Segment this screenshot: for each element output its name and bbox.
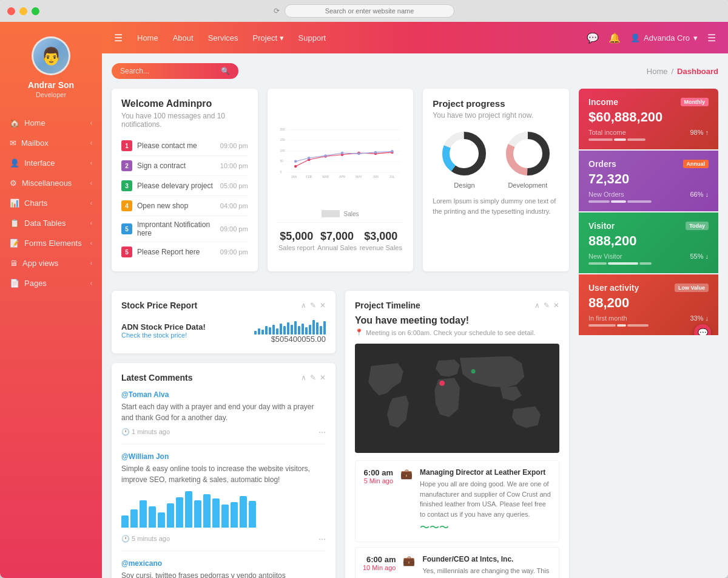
gear-icon: ⚙ <box>10 178 17 188</box>
nav-link-support[interactable]: Support <box>298 33 326 42</box>
progress-desc: Lorem Ipsum is simply dummy one text of … <box>433 196 559 216</box>
svg-text:JUL: JUL <box>389 175 395 178</box>
mac-titlebar: ⟳ <box>0 0 728 22</box>
task-item: 5 Please Report here 09:00 pm <box>121 242 248 262</box>
mini-bar <box>312 320 315 335</box>
chevron-icon: ‹ <box>90 180 92 186</box>
address-bar: ⟳ <box>274 4 454 18</box>
chevron-icon: ‹ <box>90 120 92 126</box>
sidebar-item-charts[interactable]: 📊Charts ‹ <box>0 193 102 213</box>
comment-author[interactable]: @Toman Alva <box>121 390 169 399</box>
task-text: Open new shop <box>137 202 215 210</box>
task-badge: 1 <box>121 140 132 151</box>
stat-label: revenue Sales <box>360 244 402 251</box>
task-badge: 2 <box>121 160 132 171</box>
stat-card-label: Total income <box>588 129 626 136</box>
nav-link-project[interactable]: Project ▾ <box>253 33 284 42</box>
msg-content: Managing Director at Leather Export Hope… <box>420 468 551 534</box>
stock-link[interactable]: Check the stock price! <box>121 332 206 339</box>
search-box[interactable]: 🔍 <box>112 63 238 79</box>
user-avatar-icon: 👤 <box>630 33 640 42</box>
maximize-button[interactable] <box>32 7 39 15</box>
legend-box <box>322 210 340 217</box>
close-button[interactable] <box>7 7 15 15</box>
wave-icon: 〜〜〜 <box>420 522 551 534</box>
mini-bars <box>254 318 326 335</box>
chevron-icon: ‹ <box>90 220 92 226</box>
stat-card-header: User activity Low Value <box>588 283 709 293</box>
msg-text: Yes, millennials are changing the way. T… <box>422 566 551 578</box>
hamburger-icon[interactable]: ☰ <box>114 32 123 44</box>
stat-percent: 55% ↓ <box>690 253 709 260</box>
svg-text:FEB: FEB <box>306 175 312 178</box>
edit-icon[interactable]: ✎ <box>310 373 316 382</box>
task-text: Please contact me <box>137 141 215 150</box>
svg-point-22 <box>374 151 376 154</box>
stat-card-title: Orders <box>588 159 616 169</box>
bell-icon[interactable]: 🔔 <box>608 32 621 44</box>
comment-author[interactable]: @mexicano <box>121 559 162 568</box>
sidebar-item-pages[interactable]: 📄Pages ‹ <box>0 273 102 293</box>
task-item: 2 Sign a contract 10:00 pm <box>121 156 248 176</box>
task-text: Sign a contract <box>137 162 215 170</box>
comment-meta: 🕐 1 minuts ago ··· <box>121 427 326 437</box>
bar <box>130 509 138 528</box>
svg-point-18 <box>308 157 310 159</box>
stat-card-label: In first month <box>588 314 627 322</box>
sidebar-item-mailbox[interactable]: ✉Mailbox ‹ <box>0 133 102 153</box>
stock-actions: ∧ ✎ ✕ <box>301 301 326 310</box>
msg-sender: Founder/CEO at Intcs, Inc. <box>422 555 551 563</box>
sidebar-item-interface[interactable]: 👤Interface ‹ <box>0 153 102 173</box>
url-input[interactable] <box>285 4 454 18</box>
msg-duration: 5 Min ago <box>363 477 393 484</box>
nav-link-about[interactable]: About <box>173 33 194 42</box>
bar <box>249 501 256 528</box>
nav-link-home[interactable]: Home <box>137 33 158 42</box>
sales-chart-card: 200 150 100 50 0 <box>268 89 414 271</box>
stat-item-revenue: $3,000 revenue Sales <box>360 230 402 251</box>
mini-line <box>588 200 709 203</box>
mini-bar <box>283 326 286 335</box>
svg-point-38 <box>439 381 445 386</box>
sidebar-item-misc[interactable]: ⚙Miscellaneous ‹ <box>0 173 102 193</box>
edit-icon[interactable]: ✎ <box>544 301 550 310</box>
timeline-message-2: 6:00 am 10 Min ago 💼 Founder/CEO at Intc… <box>355 547 559 578</box>
top-navbar: ☰ Home About Services Project ▾ Support … <box>102 22 728 53</box>
timeline-message-1: 6:00 am 5 Min ago 💼 Managing Director at… <box>355 460 559 542</box>
nav-link-services[interactable]: Services <box>208 33 238 42</box>
comments-actions: ∧ ✎ ✕ <box>301 373 326 382</box>
edit-icon[interactable]: ✎ <box>310 301 316 310</box>
user-menu[interactable]: 👤 Advanda Cro ▾ <box>630 33 698 42</box>
breadcrumb-home[interactable]: Home <box>647 67 668 76</box>
close-icon[interactable]: ✕ <box>320 301 326 310</box>
collapse-icon[interactable]: ∧ <box>301 301 306 310</box>
chat-icon[interactable]: 💬 <box>587 32 599 44</box>
sidebar-item-home[interactable]: 🏠Home ‹ <box>0 113 102 133</box>
nav-label: Charts <box>24 199 47 208</box>
task-badge: 3 <box>121 180 132 191</box>
sidebar-item-appviews[interactable]: 🖥App views ‹ <box>0 253 102 273</box>
close-icon[interactable]: ✕ <box>320 373 326 382</box>
mac-buttons <box>7 7 39 15</box>
bar <box>140 500 147 528</box>
comment-text: Soy cursi, twitteo frases pedorras y ven… <box>121 570 326 578</box>
collapse-icon[interactable]: ∧ <box>534 301 540 310</box>
ml-bar <box>588 324 616 327</box>
task-badge: 4 <box>121 200 132 211</box>
sidebar-item-forms[interactable]: 📝Forms Elements ‹ <box>0 233 102 253</box>
menu-icon[interactable]: ☰ <box>707 32 716 44</box>
comment-more[interactable]: ··· <box>318 427 326 437</box>
comment-author[interactable]: @William Jon <box>121 452 169 461</box>
message-icon: 💼 <box>400 468 413 534</box>
close-icon[interactable]: ✕ <box>553 301 559 310</box>
search-input[interactable] <box>120 67 217 75</box>
svg-point-20 <box>341 152 343 154</box>
sidebar-item-datatables[interactable]: 📋Data Tables ‹ <box>0 213 102 233</box>
profile-name: Andrar Son <box>28 80 74 90</box>
minimize-button[interactable] <box>19 7 27 15</box>
collapse-icon[interactable]: ∧ <box>301 373 306 382</box>
svg-point-19 <box>324 154 326 157</box>
comment-more[interactable]: ··· <box>318 534 326 543</box>
donut-development-svg <box>504 129 552 178</box>
mini-bar <box>298 326 300 335</box>
